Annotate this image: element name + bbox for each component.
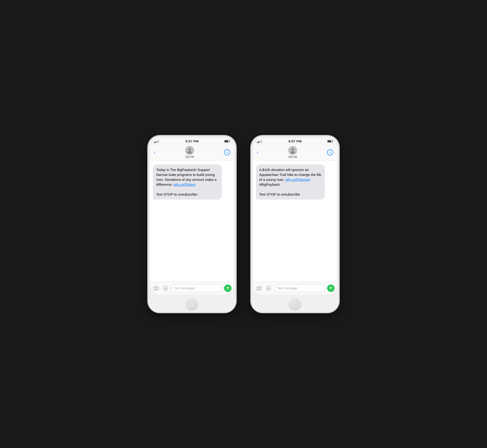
contact-number-2: 515-55: [289, 155, 297, 159]
svg-text:A: A: [165, 287, 166, 290]
svg-rect-2: [225, 140, 228, 142]
info-button-2[interactable]: i: [327, 149, 333, 155]
appstore-icon-2[interactable]: A: [265, 284, 272, 292]
nav-bar-2: ‹ 515-55 i: [253, 144, 337, 161]
send-button-2[interactable]: [327, 284, 335, 292]
send-button-1[interactable]: [224, 284, 231, 292]
avatar-1: [185, 146, 194, 155]
svg-text:A: A: [268, 287, 270, 290]
svg-point-12: [290, 151, 295, 153]
time-display-2: 9:57 PM: [289, 139, 302, 143]
phone-1: 9:57 PM ‹: [148, 135, 237, 313]
signal-icon-2: [257, 140, 262, 143]
status-bar-2: 9:57 PM: [253, 138, 337, 144]
message-bubble-1: Today is The BigPayback! Support Narrow …: [153, 164, 222, 200]
status-bar-1: 9:57 PM: [150, 138, 234, 144]
input-bar-1: A Text Message: [150, 282, 234, 295]
contact-center-1: 515-55: [185, 146, 194, 159]
messages-area-2: A $100 donation will sponsor an Appalach…: [253, 161, 337, 282]
svg-rect-1: [230, 141, 230, 142]
nav-bar-1: ‹ 515-55 i: [150, 144, 234, 161]
appstore-icon-1[interactable]: A: [162, 284, 169, 292]
text-input-1[interactable]: Text Message: [171, 284, 222, 292]
text-input-placeholder-1: Text Message: [174, 286, 194, 290]
contact-number-1: 515-55: [185, 155, 194, 159]
input-bar-2: A Text Message: [253, 282, 337, 295]
back-button-1[interactable]: ‹: [154, 150, 156, 155]
svg-rect-10: [328, 140, 331, 142]
text-input-placeholder-2: Text Message: [277, 286, 297, 290]
battery-area-1: [224, 140, 230, 143]
info-button-1[interactable]: i: [224, 149, 230, 155]
signal-icon: [154, 140, 159, 143]
phone-2-screen: 9:57 PM ‹: [253, 138, 337, 295]
camera-icon-2[interactable]: [256, 284, 263, 292]
home-area-1: [148, 296, 236, 312]
battery-area-2: [327, 140, 333, 143]
text-input-2[interactable]: Text Message: [274, 284, 325, 292]
messages-area-1: Today is The BigPayback! Support Narrow …: [150, 161, 234, 282]
scene: 9:57 PM ‹: [133, 121, 354, 327]
home-button-1[interactable]: [186, 298, 198, 310]
svg-point-13: [258, 288, 260, 289]
home-area-2: [251, 296, 339, 312]
contact-center-2: 515-55: [288, 146, 297, 159]
home-button-2[interactable]: [289, 298, 301, 310]
phone-2: 9:57 PM ‹: [250, 135, 339, 313]
svg-point-5: [156, 288, 157, 289]
time-display-1: 9:57 PM: [185, 139, 199, 143]
svg-point-3: [189, 148, 191, 151]
svg-point-4: [188, 151, 192, 153]
svg-rect-9: [332, 141, 333, 142]
avatar-2: [288, 146, 297, 155]
message-bubble-2: A $100 donation will sponsor an Appalach…: [256, 164, 325, 200]
phone-1-screen: 9:57 PM ‹: [150, 138, 234, 295]
svg-point-11: [291, 148, 294, 151]
message-link-2[interactable]: igfn.us/f/1bmg/n: [285, 177, 310, 182]
message-link-1[interactable]: igfn.us/f/1bmg: [173, 183, 196, 186]
back-button-2[interactable]: ‹: [257, 150, 258, 155]
camera-icon-1[interactable]: [152, 284, 160, 292]
